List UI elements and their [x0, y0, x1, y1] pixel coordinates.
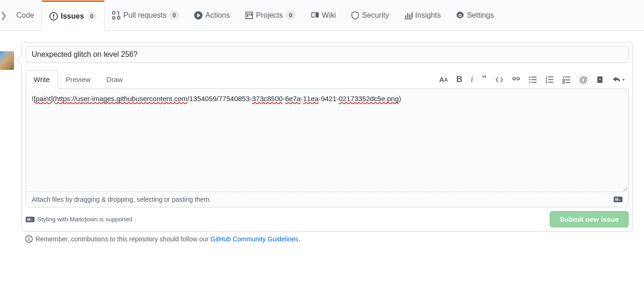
attach-hint-text: Attach files by dragging & dropping, sel… [32, 196, 211, 203]
tab-preview[interactable]: Preview [58, 70, 98, 89]
book-icon [311, 11, 319, 20]
pull-request-icon [112, 11, 120, 20]
form-footer: M↓ Styling with Markdown is supported Su… [26, 211, 629, 227]
heading-button[interactable]: AA [439, 75, 448, 83]
issue-form-container: Write Preview Draw AA B i ‟ [0, 31, 644, 258]
tab-insights-label: Insights [415, 11, 441, 20]
svg-rect-5 [531, 82, 536, 82]
editor-tabs: Write Preview Draw [26, 70, 131, 89]
comment-textarea[interactable]: ![paint](https://user-images.githubuserc… [26, 89, 628, 192]
svg-rect-12 [565, 76, 570, 77]
gear-icon [456, 11, 464, 20]
tab-write[interactable]: Write [26, 70, 58, 89]
reply-button[interactable]: ▾ [612, 76, 625, 83]
graph-icon [404, 11, 413, 20]
guidelines-notice: Remember, contributions to this reposito… [21, 232, 633, 246]
svg-rect-11 [548, 82, 553, 82]
issues-count: 0 [87, 12, 97, 21]
info-icon [25, 235, 33, 243]
guidelines-prefix: Remember, contributions to this reposito… [35, 235, 210, 243]
tab-actions[interactable]: Actions [187, 0, 237, 30]
play-icon [194, 11, 203, 20]
avatar-column [0, 42, 14, 246]
project-icon [245, 11, 253, 20]
svg-point-0 [529, 76, 530, 77]
tab-projects[interactable]: Projects 0 [238, 0, 303, 30]
issue-form: Write Preview Draw AA B i ‟ [21, 42, 633, 232]
attach-hint[interactable]: Attach files by dragging & dropping, sel… [26, 192, 628, 207]
issue-title-input[interactable] [26, 46, 629, 63]
svg-rect-15 [563, 82, 564, 83]
formatting-toolbar: AA B i ‟ 123 @ [439, 75, 629, 85]
svg-rect-14 [565, 79, 570, 80]
saved-replies-button[interactable] [596, 76, 604, 83]
projects-count: 0 [286, 11, 295, 20]
tab-settings[interactable]: Settings [448, 0, 502, 30]
markdown-hint[interactable]: M↓ Styling with Markdown is supported [26, 216, 133, 223]
guidelines-link[interactable]: GitHub Community Guidelines [210, 235, 298, 243]
tab-projects-label: Projects [256, 11, 283, 20]
svg-point-2 [529, 82, 530, 83]
quote-button[interactable]: ‟ [482, 77, 487, 82]
svg-rect-10 [548, 79, 553, 80]
tab-security[interactable]: Security [343, 0, 397, 30]
editor-tab-bar: Write Preview Draw AA B i ‟ [26, 70, 629, 89]
chevron-left-icon: ❯ [0, 10, 9, 21]
tab-wiki[interactable]: Wiki [303, 0, 343, 30]
tab-draw[interactable]: Draw [98, 70, 131, 89]
ordered-list-button[interactable]: 123 [546, 75, 554, 84]
svg-text:3: 3 [546, 80, 547, 83]
shield-icon [351, 11, 359, 20]
tab-code[interactable]: Code [9, 0, 42, 30]
tab-issues-label: Issues [61, 12, 84, 21]
svg-rect-4 [531, 79, 536, 80]
markdown-badge-icon: M↓ [26, 217, 35, 222]
markdown-hint-text: Styling with Markdown is supported [37, 216, 133, 223]
pulls-count: 0 [169, 11, 179, 20]
svg-rect-3 [531, 76, 536, 77]
svg-point-1 [529, 79, 530, 80]
task-list-button[interactable] [562, 75, 571, 84]
tab-pulls[interactable]: Pull requests 0 [105, 0, 187, 30]
tab-wiki-label: Wiki [322, 11, 336, 20]
tab-actions-label: Actions [205, 11, 230, 20]
guidelines-suffix: . [298, 235, 300, 243]
markdown-badge[interactable]: M↓ [614, 197, 623, 202]
tab-insights[interactable]: Insights [397, 0, 448, 30]
link-button[interactable] [512, 75, 520, 84]
comment-body-wrap: ![paint](https://user-images.githubuserc… [26, 89, 629, 207]
resize-handle-icon[interactable] [622, 185, 627, 191]
svg-rect-9 [548, 76, 553, 77]
italic-button[interactable]: i [471, 75, 473, 84]
tab-settings-label: Settings [467, 11, 494, 20]
tab-code-label: Code [16, 11, 34, 20]
svg-rect-16 [565, 82, 570, 83]
mention-button[interactable]: @ [579, 75, 588, 85]
svg-rect-13 [563, 79, 564, 80]
tab-pulls-label: Pull requests [123, 11, 167, 20]
submit-new-issue-button[interactable]: Submit new issue [550, 211, 629, 227]
repo-nav: ❯ Code Issues 0 Pull requests 0 Actions … [0, 0, 644, 31]
unordered-list-button[interactable] [529, 75, 537, 84]
issue-opened-icon [49, 12, 58, 21]
form-column: Write Preview Draw AA B i ‟ [21, 42, 633, 246]
avatar[interactable] [0, 51, 14, 70]
tab-security-label: Security [362, 11, 389, 20]
bold-button[interactable]: B [456, 75, 462, 84]
code-button[interactable] [495, 75, 504, 84]
tab-issues[interactable]: Issues 0 [42, 0, 105, 31]
